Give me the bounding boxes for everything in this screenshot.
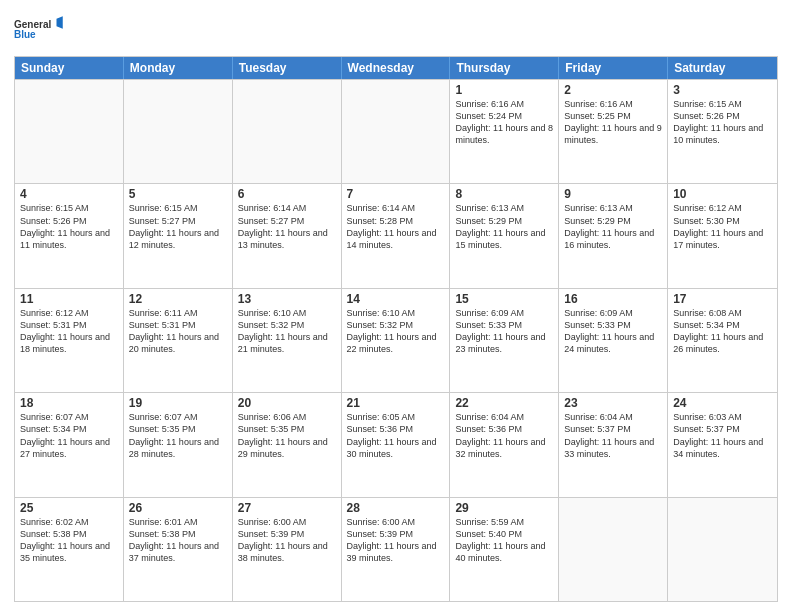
day-18: 18Sunrise: 6:07 AM Sunset: 5:34 PM Dayli… <box>15 393 124 496</box>
header-day-monday: Monday <box>124 57 233 79</box>
day-number: 26 <box>129 501 227 515</box>
day-number: 28 <box>347 501 445 515</box>
week-4: 18Sunrise: 6:07 AM Sunset: 5:34 PM Dayli… <box>15 392 777 496</box>
day-info: Sunrise: 6:15 AM Sunset: 5:27 PM Dayligh… <box>129 202 227 251</box>
header-day-thursday: Thursday <box>450 57 559 79</box>
day-3: 3Sunrise: 6:15 AM Sunset: 5:26 PM Daylig… <box>668 80 777 183</box>
day-21: 21Sunrise: 6:05 AM Sunset: 5:36 PM Dayli… <box>342 393 451 496</box>
empty-cell <box>342 80 451 183</box>
day-22: 22Sunrise: 6:04 AM Sunset: 5:36 PM Dayli… <box>450 393 559 496</box>
day-info: Sunrise: 6:16 AM Sunset: 5:24 PM Dayligh… <box>455 98 553 147</box>
day-27: 27Sunrise: 6:00 AM Sunset: 5:39 PM Dayli… <box>233 498 342 601</box>
day-info: Sunrise: 6:03 AM Sunset: 5:37 PM Dayligh… <box>673 411 772 460</box>
day-10: 10Sunrise: 6:12 AM Sunset: 5:30 PM Dayli… <box>668 184 777 287</box>
day-number: 21 <box>347 396 445 410</box>
week-5: 25Sunrise: 6:02 AM Sunset: 5:38 PM Dayli… <box>15 497 777 601</box>
day-number: 12 <box>129 292 227 306</box>
day-4: 4Sunrise: 6:15 AM Sunset: 5:26 PM Daylig… <box>15 184 124 287</box>
day-13: 13Sunrise: 6:10 AM Sunset: 5:32 PM Dayli… <box>233 289 342 392</box>
day-number: 29 <box>455 501 553 515</box>
day-number: 13 <box>238 292 336 306</box>
week-2: 4Sunrise: 6:15 AM Sunset: 5:26 PM Daylig… <box>15 183 777 287</box>
week-3: 11Sunrise: 6:12 AM Sunset: 5:31 PM Dayli… <box>15 288 777 392</box>
day-info: Sunrise: 6:13 AM Sunset: 5:29 PM Dayligh… <box>564 202 662 251</box>
day-24: 24Sunrise: 6:03 AM Sunset: 5:37 PM Dayli… <box>668 393 777 496</box>
header-day-tuesday: Tuesday <box>233 57 342 79</box>
day-number: 9 <box>564 187 662 201</box>
empty-cell <box>559 498 668 601</box>
day-16: 16Sunrise: 6:09 AM Sunset: 5:33 PM Dayli… <box>559 289 668 392</box>
svg-text:General: General <box>14 19 51 30</box>
day-info: Sunrise: 6:11 AM Sunset: 5:31 PM Dayligh… <box>129 307 227 356</box>
day-info: Sunrise: 6:14 AM Sunset: 5:27 PM Dayligh… <box>238 202 336 251</box>
day-number: 22 <box>455 396 553 410</box>
day-number: 27 <box>238 501 336 515</box>
day-info: Sunrise: 6:09 AM Sunset: 5:33 PM Dayligh… <box>564 307 662 356</box>
day-17: 17Sunrise: 6:08 AM Sunset: 5:34 PM Dayli… <box>668 289 777 392</box>
day-info: Sunrise: 5:59 AM Sunset: 5:40 PM Dayligh… <box>455 516 553 565</box>
day-23: 23Sunrise: 6:04 AM Sunset: 5:37 PM Dayli… <box>559 393 668 496</box>
day-info: Sunrise: 6:06 AM Sunset: 5:35 PM Dayligh… <box>238 411 336 460</box>
day-info: Sunrise: 6:02 AM Sunset: 5:38 PM Dayligh… <box>20 516 118 565</box>
day-info: Sunrise: 6:01 AM Sunset: 5:38 PM Dayligh… <box>129 516 227 565</box>
day-number: 25 <box>20 501 118 515</box>
day-info: Sunrise: 6:13 AM Sunset: 5:29 PM Dayligh… <box>455 202 553 251</box>
header: General Blue <box>14 10 778 50</box>
day-info: Sunrise: 6:05 AM Sunset: 5:36 PM Dayligh… <box>347 411 445 460</box>
logo: General Blue <box>14 10 64 50</box>
day-info: Sunrise: 6:15 AM Sunset: 5:26 PM Dayligh… <box>20 202 118 251</box>
day-26: 26Sunrise: 6:01 AM Sunset: 5:38 PM Dayli… <box>124 498 233 601</box>
day-info: Sunrise: 6:12 AM Sunset: 5:31 PM Dayligh… <box>20 307 118 356</box>
day-info: Sunrise: 6:07 AM Sunset: 5:35 PM Dayligh… <box>129 411 227 460</box>
day-number: 18 <box>20 396 118 410</box>
day-2: 2Sunrise: 6:16 AM Sunset: 5:25 PM Daylig… <box>559 80 668 183</box>
day-6: 6Sunrise: 6:14 AM Sunset: 5:27 PM Daylig… <box>233 184 342 287</box>
empty-cell <box>233 80 342 183</box>
empty-cell <box>124 80 233 183</box>
day-info: Sunrise: 6:14 AM Sunset: 5:28 PM Dayligh… <box>347 202 445 251</box>
day-8: 8Sunrise: 6:13 AM Sunset: 5:29 PM Daylig… <box>450 184 559 287</box>
day-number: 23 <box>564 396 662 410</box>
day-info: Sunrise: 6:07 AM Sunset: 5:34 PM Dayligh… <box>20 411 118 460</box>
day-info: Sunrise: 6:12 AM Sunset: 5:30 PM Dayligh… <box>673 202 772 251</box>
day-number: 14 <box>347 292 445 306</box>
day-11: 11Sunrise: 6:12 AM Sunset: 5:31 PM Dayli… <box>15 289 124 392</box>
day-number: 3 <box>673 83 772 97</box>
header-day-friday: Friday <box>559 57 668 79</box>
day-1: 1Sunrise: 6:16 AM Sunset: 5:24 PM Daylig… <box>450 80 559 183</box>
logo-svg: General Blue <box>14 10 64 50</box>
day-info: Sunrise: 6:10 AM Sunset: 5:32 PM Dayligh… <box>347 307 445 356</box>
calendar-body: 1Sunrise: 6:16 AM Sunset: 5:24 PM Daylig… <box>15 79 777 601</box>
calendar-header: SundayMondayTuesdayWednesdayThursdayFrid… <box>15 57 777 79</box>
calendar: SundayMondayTuesdayWednesdayThursdayFrid… <box>14 56 778 602</box>
day-number: 17 <box>673 292 772 306</box>
day-number: 5 <box>129 187 227 201</box>
day-number: 16 <box>564 292 662 306</box>
day-number: 1 <box>455 83 553 97</box>
day-28: 28Sunrise: 6:00 AM Sunset: 5:39 PM Dayli… <box>342 498 451 601</box>
day-15: 15Sunrise: 6:09 AM Sunset: 5:33 PM Dayli… <box>450 289 559 392</box>
day-number: 2 <box>564 83 662 97</box>
page: General Blue SundayMondayTuesdayWednesda… <box>0 0 792 612</box>
day-number: 20 <box>238 396 336 410</box>
day-info: Sunrise: 6:04 AM Sunset: 5:36 PM Dayligh… <box>455 411 553 460</box>
day-info: Sunrise: 6:08 AM Sunset: 5:34 PM Dayligh… <box>673 307 772 356</box>
day-14: 14Sunrise: 6:10 AM Sunset: 5:32 PM Dayli… <box>342 289 451 392</box>
day-19: 19Sunrise: 6:07 AM Sunset: 5:35 PM Dayli… <box>124 393 233 496</box>
header-day-saturday: Saturday <box>668 57 777 79</box>
day-29: 29Sunrise: 5:59 AM Sunset: 5:40 PM Dayli… <box>450 498 559 601</box>
svg-marker-2 <box>57 16 63 29</box>
day-20: 20Sunrise: 6:06 AM Sunset: 5:35 PM Dayli… <box>233 393 342 496</box>
day-number: 11 <box>20 292 118 306</box>
day-number: 8 <box>455 187 553 201</box>
day-number: 19 <box>129 396 227 410</box>
empty-cell <box>668 498 777 601</box>
empty-cell <box>15 80 124 183</box>
header-day-sunday: Sunday <box>15 57 124 79</box>
day-7: 7Sunrise: 6:14 AM Sunset: 5:28 PM Daylig… <box>342 184 451 287</box>
day-25: 25Sunrise: 6:02 AM Sunset: 5:38 PM Dayli… <box>15 498 124 601</box>
day-info: Sunrise: 6:00 AM Sunset: 5:39 PM Dayligh… <box>347 516 445 565</box>
day-info: Sunrise: 6:04 AM Sunset: 5:37 PM Dayligh… <box>564 411 662 460</box>
day-info: Sunrise: 6:16 AM Sunset: 5:25 PM Dayligh… <box>564 98 662 147</box>
day-info: Sunrise: 6:00 AM Sunset: 5:39 PM Dayligh… <box>238 516 336 565</box>
